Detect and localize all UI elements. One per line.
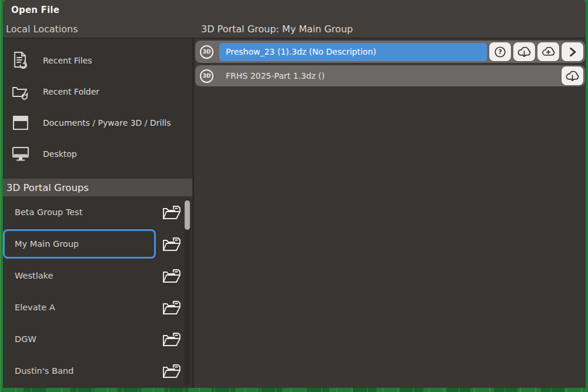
group-row-westlake: Westlake xyxy=(3,260,192,292)
dialog-title: Open File xyxy=(11,5,59,15)
file-row-preshow: 3D Preshow_23 (1).3dz (No Description) ? xyxy=(195,41,585,63)
group-label: Beta Group Test xyxy=(15,207,82,217)
groups-scrollbar-thumb[interactable] xyxy=(185,200,190,230)
portal-groups-list: Beta Group Test My Main Group xyxy=(3,196,192,387)
file-row-frhs: 3D FRHS 2025-Part 1.3dz () xyxy=(195,65,585,86)
recent-folder-icon xyxy=(11,82,30,101)
group-row-dgw: DGW xyxy=(3,323,192,355)
sidebar-item-label: Desktop xyxy=(43,149,77,159)
cloud-download-button[interactable] xyxy=(562,66,583,85)
recent-files-icon xyxy=(11,51,30,70)
open-folder-icon[interactable] xyxy=(162,234,183,253)
open-folder-icon[interactable] xyxy=(162,330,183,349)
cloud-upload-button[interactable] xyxy=(537,42,559,61)
group-row-elevate-a: Elevate A xyxy=(3,292,192,323)
dialog-header: Open File Local Locations 3D Portal Grou… xyxy=(3,0,586,39)
group-row-dustins-band: Dustin's Band xyxy=(3,355,192,387)
sidebar-item-documents[interactable]: Documents / Pyware 3D / Drills xyxy=(3,107,192,138)
portal-groups-header: 3D Portal Groups xyxy=(3,179,192,196)
sidebar-item-label: Documents / Pyware 3D / Drills xyxy=(43,118,171,128)
group-label: DGW xyxy=(15,334,36,344)
group-label: Dustin's Band xyxy=(15,366,74,376)
sidebar: Recent Files Recent Folder xyxy=(3,39,194,388)
sidebar-item-label: Recent Folder xyxy=(43,87,99,96)
documents-icon xyxy=(11,113,30,132)
open-file-dialog: Open File Local Locations 3D Portal Grou… xyxy=(3,0,586,388)
group-row-beta-group-test: Beta Group Test xyxy=(3,196,192,228)
help-button[interactable]: ? xyxy=(489,42,511,61)
group-select-dustins-band[interactable]: Dustin's Band xyxy=(3,356,156,386)
group-select-westlake[interactable]: Westlake xyxy=(3,261,156,290)
group-select-beta-group-test[interactable]: Beta Group Test xyxy=(3,197,156,227)
cloud-download-button[interactable] xyxy=(513,42,535,61)
open-folder-icon[interactable] xyxy=(162,298,183,317)
3d-file-badge-icon: 3D xyxy=(200,45,213,59)
3d-file-badge-icon: 3D xyxy=(200,69,213,83)
desktop-icon xyxy=(11,145,30,163)
sidebar-item-recent-folder[interactable]: Recent Folder xyxy=(3,76,192,107)
groups-scrollbar-track[interactable] xyxy=(185,199,190,386)
sidebar-item-label: Recent Files xyxy=(43,56,92,65)
group-select-elevate-a[interactable]: Elevate A xyxy=(3,293,156,322)
group-label: My Main Group xyxy=(15,239,79,249)
local-locations-list: Recent Files Recent Folder xyxy=(3,39,192,169)
group-select-my-main-group[interactable]: My Main Group xyxy=(3,229,156,259)
svg-text:?: ? xyxy=(498,48,502,55)
local-locations-header: Local Locations xyxy=(3,24,194,35)
open-folder-icon[interactable] xyxy=(162,203,183,222)
file-list-panel: 3D Preshow_23 (1).3dz (No Description) ? xyxy=(194,39,586,388)
sidebar-item-recent-files[interactable]: Recent Files xyxy=(3,45,192,76)
group-row-my-main-group: My Main Group xyxy=(3,228,192,260)
open-file-chevron-button[interactable] xyxy=(562,42,583,61)
portal-group-header: 3D Portal Group: My Main Group xyxy=(194,24,586,35)
open-folder-icon[interactable] xyxy=(162,266,183,285)
group-label: Elevate A xyxy=(15,303,55,312)
file-name-frhs[interactable]: FRHS 2025-Part 1.3dz () xyxy=(219,67,559,85)
sidebar-item-desktop[interactable]: Desktop xyxy=(3,138,192,169)
file-name-preshow[interactable]: Preshow_23 (1).3dz (No Description) xyxy=(219,43,487,61)
group-select-dgw[interactable]: DGW xyxy=(3,324,156,354)
open-folder-icon[interactable] xyxy=(162,361,183,380)
group-label: Westlake xyxy=(15,271,53,280)
